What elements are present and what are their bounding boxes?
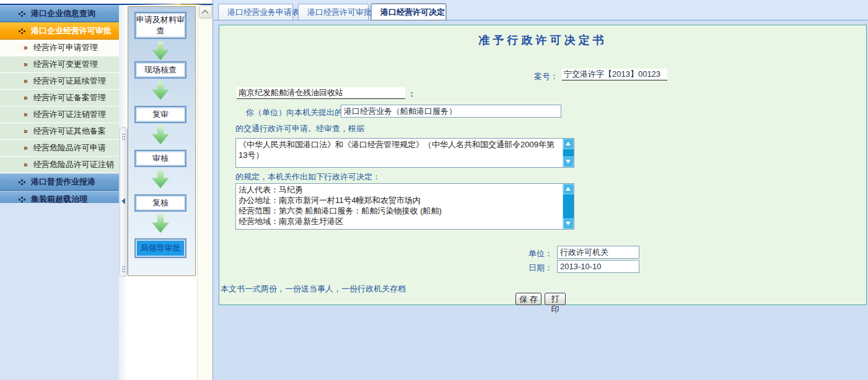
flow-down-arrow-icon — [152, 41, 169, 60]
scroll-up-button[interactable] — [199, 6, 212, 19]
sidebar-item-dangerous-goods-cancel[interactable]: » 经营危险品许可证注销 — [0, 157, 119, 173]
sidebar-item-label: 港口普货作业报港 — [31, 176, 95, 188]
sidebar-item-license-change-mgmt[interactable]: » 经营许可变更管理 — [0, 56, 119, 73]
triangle-down-icon — [566, 222, 571, 225]
main-content: 港口经营业务申请表 港口经营许可审批 港口经营许可决定 准予行政许可决定书 案号… — [213, 0, 868, 380]
scroll-down-button[interactable] — [563, 157, 574, 167]
tab-label: 港口经营业务申请表 — [227, 7, 300, 17]
scrollbar-track[interactable] — [563, 149, 574, 157]
sidebar-item-general-cargo-report[interactable]: 港口普货作业报港 — [0, 173, 119, 191]
sub-bullet-icon: » — [24, 110, 28, 119]
sidebar-item-label: 经营许可申请管理 — [33, 42, 98, 53]
sidebar-item-port-enterprise-info[interactable]: 港口企业信息查询 — [0, 5, 119, 22]
sub-bullet-icon: » — [24, 77, 28, 85]
sidebar-item-license-renewal-mgmt[interactable]: » 经营许可证延续管理 — [0, 73, 119, 90]
tab-strip: 港口经营业务申请表 港口经营许可审批 港口经营许可决定 — [213, 0, 868, 20]
workflow-step-label: 复核 — [152, 197, 169, 209]
sidebar-item-label: 经营许可变更管理 — [33, 59, 98, 70]
proposed-label: 你（单位）向本机关提出的 — [246, 107, 343, 118]
sidebar: 港口企业信息查询 港口企业经营许可审批 » 经营许可申请管理 » 经营许可变更管… — [0, 5, 119, 208]
collapse-left-arrow-icon — [121, 198, 125, 204]
workflow-step-leader-approval: 局领导审批 — [134, 238, 186, 258]
workflow-step-label: 申请及材料审查 — [136, 14, 185, 37]
sub-bullet-icon: » — [24, 93, 28, 102]
case-number-input[interactable] — [562, 69, 667, 80]
banner-edge — [0, 0, 213, 5]
splitter-collapse-handle[interactable] — [120, 127, 128, 277]
sidebar-item-license-record-mgmt[interactable]: » 经营许可证备案管理 — [0, 90, 119, 106]
sidebar-item-license-apply-mgmt[interactable]: » 经营许可申请管理 — [0, 40, 119, 56]
triangle-down-icon — [566, 160, 571, 163]
workflow-step-label: 局领导审批 — [141, 243, 181, 254]
sidebar-item-license-cancel-mgmt[interactable]: » 经营许可证注销管理 — [0, 106, 119, 123]
workflow-step-label: 现场核查 — [144, 64, 177, 76]
flow-down-arrow-icon — [152, 126, 169, 144]
applicant-name-input[interactable] — [237, 87, 405, 99]
sidebar-item-license-other-record[interactable]: » 经营许可证其他备案 — [0, 123, 119, 140]
sub-bullet-icon: » — [24, 43, 28, 52]
footer-note: 本文书一式两份，一份送当事人，一份行政机关存档 — [221, 283, 406, 295]
applicant-colon: ： — [408, 89, 416, 100]
decision-content-textarea[interactable]: 法人代表：马纪勇 办公地址：南京市新河一村11号4幢郑和农贸市场内 经营范围：第… — [235, 183, 574, 230]
sidebar-item-label: 经营危险品许可申请 — [33, 142, 106, 153]
workflow-step-site-check: 现场核查 — [134, 61, 186, 79]
scrollbar-track[interactable] — [563, 194, 574, 218]
app-window: 港口企业信息查询 港口企业经营许可审批 » 经营许可申请管理 » 经营许可变更管… — [0, 0, 868, 380]
legal-basis-textarea[interactable]: 《中华人民共和国港口法》和《港口经营管理规定》（中华人名共和国交通部令2009年… — [235, 138, 574, 168]
sidebar-item-label: 经营许可证其他备案 — [33, 126, 106, 137]
workflow-step-audit: 审核 — [134, 150, 186, 167]
date-label: 日期： — [528, 262, 553, 274]
triangle-up-icon — [566, 187, 571, 191]
menu-bullet-icon — [19, 196, 26, 202]
legal-basis-text: 《中华人民共和国港口法》和《港口经营管理规定》（中华人名共和国交通部令2009年… — [236, 139, 563, 167]
menu-bullet-icon — [19, 28, 26, 34]
save-button[interactable]: 保 存 — [515, 293, 541, 305]
sidebar-item-dangerous-goods-apply[interactable]: » 经营危险品许可申请 — [0, 140, 119, 157]
sub-bullet-icon: » — [24, 60, 28, 69]
workflow-step-recheck: 复核 — [134, 194, 186, 212]
tab-license-decision[interactable]: 港口经营许可决定 — [371, 4, 446, 20]
decision-content-text: 法人代表：马纪勇 办公地址：南京市新河一村11号4幢郑和农贸市场内 经营范围：第… — [236, 184, 563, 229]
scroll-up-button[interactable] — [563, 184, 574, 194]
flow-down-arrow-icon — [152, 214, 169, 233]
scroll-down-button[interactable] — [563, 218, 574, 229]
frame-scrollbar[interactable] — [197, 5, 213, 380]
tab-license-approval[interactable]: 港口经营许可审批 — [298, 4, 369, 20]
sidebar-item-label: 经营许可证备案管理 — [33, 92, 106, 103]
sidebar-item-label: 经营许可证注销管理 — [33, 109, 106, 120]
panel-splitter — [119, 5, 128, 380]
tab-label: 港口经营许可决定 — [380, 7, 445, 17]
decision-intro-text: 的规定，本机关作出如下行政许可决定： — [235, 171, 380, 183]
textarea-scrollbar[interactable] — [563, 184, 574, 229]
tab-label: 港口经营许可审批 — [307, 7, 372, 17]
menu-bullet-icon — [19, 11, 26, 17]
grip-dots-icon — [122, 134, 123, 135]
sub-bullet-icon: » — [24, 144, 28, 152]
document-title: 准予行政许可决定书 — [219, 33, 866, 48]
unit-label: 单位： — [528, 248, 553, 259]
workflow-step-label: 复审 — [152, 109, 169, 120]
sidebar-item-license-approval[interactable]: 港口企业经营许可审批 — [0, 22, 119, 40]
workflow-panel: 申请及材料审查 现场核查 复审 审核 复核 局领导审批 — [128, 6, 196, 276]
unit-input[interactable] — [557, 246, 639, 259]
flow-down-arrow-icon — [152, 170, 169, 188]
textarea-scrollbar[interactable] — [563, 139, 574, 167]
flow-down-arrow-icon — [152, 81, 169, 100]
workflow-step-re-review: 复审 — [134, 106, 186, 123]
sub-bullet-icon: » — [24, 160, 28, 169]
decision-form-panel: 准予行政许可决定书 案号： ： 你（单位）向本机关提出的 的交通行政许可申请。经… — [219, 25, 867, 305]
sidebar-empty-area — [0, 203, 119, 380]
sub-bullet-icon: » — [24, 127, 28, 136]
date-input[interactable] — [557, 260, 639, 273]
case-number-label: 案号： — [534, 71, 558, 82]
tab-business-application-form[interactable]: 港口经营业务申请表 — [218, 4, 293, 20]
sidebar-item-label: 港口企业信息查询 — [31, 8, 95, 19]
scroll-up-button[interactable] — [563, 139, 574, 149]
proposed-business-input[interactable] — [341, 105, 561, 118]
sidebar-item-label: 港口企业经营许可审批 — [31, 25, 112, 37]
after-proposed-text: 的交通行政许可申请。经审查，根据 — [235, 123, 364, 134]
chevron-up-icon — [201, 9, 208, 16]
workflow-step-label: 审核 — [152, 153, 169, 164]
print-button[interactable]: 打印 — [545, 293, 566, 305]
sidebar-item-label: 经营危险品许可证注销 — [33, 159, 114, 170]
